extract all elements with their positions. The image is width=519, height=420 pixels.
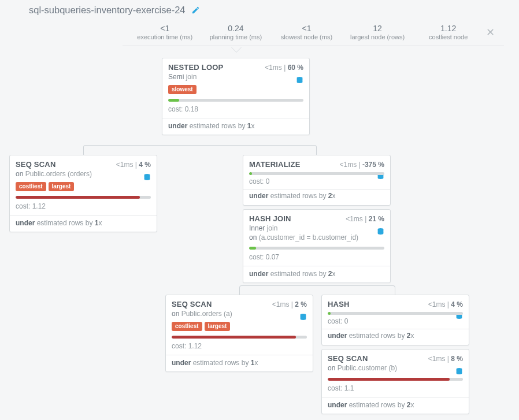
cost-line: cost: 0.18: [168, 105, 303, 113]
plan-node-nested-loop[interactable]: NESTED LOOP <1ms | 60 % Semi join slowes…: [162, 58, 310, 135]
cost-bar: [249, 172, 384, 175]
node-title: SEQ SCAN: [328, 354, 368, 363]
node-meta: <1ms | 8 %: [428, 355, 463, 363]
cost-bar: [168, 99, 303, 102]
node-meta: <1ms | 4 %: [428, 300, 463, 309]
plan-node-hash[interactable]: HASH <1ms | 4 % cost: 0 under estimated …: [321, 295, 469, 345]
edit-icon[interactable]: [191, 6, 200, 14]
node-subtitle: on Public.orders (orders): [16, 170, 151, 179]
node-subtitle: Semi join: [168, 73, 303, 82]
cost-line: cost: 0: [328, 317, 463, 325]
stat-largest-node: 12 largest node (rows): [342, 24, 413, 41]
stat-label: largest node (rows): [342, 34, 413, 41]
page-title: sql-subqueries-inventory-exercise-24: [29, 5, 186, 16]
badges: costliest largest: [172, 322, 307, 331]
cost-line: cost: 0.07: [249, 253, 384, 261]
node-title: MATERIALIZE: [249, 160, 301, 169]
database-icon[interactable]: [377, 227, 384, 236]
plan-node-seq-scan-a[interactable]: SEQ SCAN <1ms | 2 % on Public.orders (a)…: [165, 295, 313, 372]
node-meta: <1ms | 21 %: [346, 215, 384, 223]
estimate-line: under estimated rows by 1x: [168, 118, 303, 130]
stat-value: <1: [129, 24, 201, 34]
node-title: HASH: [328, 300, 350, 309]
estimate-line: under estimated rows by 1x: [172, 355, 307, 367]
stat-value: 0.24: [201, 24, 272, 34]
estimate-line: under estimated rows by 1x: [16, 215, 151, 227]
cost-line: cost: 1.12: [16, 202, 151, 210]
stat-label: planning time (ms): [201, 34, 272, 41]
plan-node-seq-scan-b[interactable]: SEQ SCAN <1ms | 8 % on Public.customer (…: [321, 349, 469, 414]
node-meta: <1ms | 60 %: [265, 64, 303, 72]
plan-node-hash-join[interactable]: HASH JOIN <1ms | 21 % Inner join on (a.c…: [243, 209, 391, 283]
cost-bar: [172, 336, 307, 339]
stat-costliest-node: 1.12 costliest node: [413, 24, 484, 41]
badge-largest: largest: [205, 322, 231, 331]
stat-label: execution time (ms): [129, 34, 201, 41]
stat-label: costliest node: [413, 34, 484, 41]
node-meta: <1ms | 4 %: [116, 161, 151, 169]
close-icon[interactable]: ✕: [484, 26, 497, 39]
node-subtitle: on Public.customer (b): [328, 364, 463, 373]
estimate-line: under estimated rows by 2x: [249, 189, 384, 200]
database-icon[interactable]: [299, 313, 307, 321]
stat-exec-time: <1 execution time (ms): [129, 24, 201, 41]
node-title: NESTED LOOP: [168, 63, 223, 72]
node-subtitle: on Public.orders (a): [172, 310, 307, 319]
database-icon[interactable]: [455, 367, 463, 376]
node-title: SEQ SCAN: [172, 300, 212, 309]
stat-value: 12: [342, 24, 413, 34]
badge-largest: largest: [49, 182, 75, 191]
cost-line: cost: 1.12: [172, 342, 307, 350]
cost-bar: [328, 378, 463, 381]
cost-bar: [16, 196, 151, 199]
stat-label: slowest node (ms): [271, 34, 342, 41]
estimate-line: under estimated rows by 2x: [328, 397, 463, 409]
node-title: HASH JOIN: [249, 214, 291, 223]
plan-node-materialize[interactable]: MATERIALIZE <1ms | -375 % cost: 0 under …: [243, 155, 391, 206]
stat-slowest-node: <1 slowest node (ms): [271, 24, 342, 41]
badge-slowest: slowest: [168, 85, 197, 94]
stats-bar: <1 execution time (ms) 0.24 planning tim…: [123, 20, 504, 46]
stat-value: <1: [271, 24, 342, 34]
estimate-line: under estimated rows by 2x: [249, 266, 384, 278]
node-meta: <1ms | -375 %: [339, 161, 384, 169]
cost-bar: [328, 312, 463, 315]
stats-arrow-icon: [231, 47, 242, 53]
node-subtitle: Inner join on (a.customer_id = b.custome…: [249, 224, 384, 242]
title-row: sql-subqueries-inventory-exercise-24: [0, 0, 519, 18]
badge-costliest: costliest: [16, 182, 46, 191]
plan-node-seq-scan-orders[interactable]: SEQ SCAN <1ms | 4 % on Public.orders (or…: [9, 155, 157, 232]
cost-line: cost: 1.1: [328, 384, 463, 392]
cost-bar: [249, 247, 384, 250]
stat-value: 1.12: [413, 24, 484, 34]
estimate-line: under estimated rows by 2x: [328, 329, 463, 340]
badge-costliest: costliest: [172, 322, 202, 331]
cost-line: cost: 0: [249, 177, 384, 185]
node-title: SEQ SCAN: [16, 160, 56, 169]
database-icon[interactable]: [296, 76, 303, 84]
badges: slowest: [168, 85, 303, 94]
stat-plan-time: 0.24 planning time (ms): [201, 24, 272, 41]
database-icon[interactable]: [143, 173, 151, 181]
badges: costliest largest: [16, 182, 151, 191]
node-meta: <1ms | 2 %: [272, 300, 307, 309]
